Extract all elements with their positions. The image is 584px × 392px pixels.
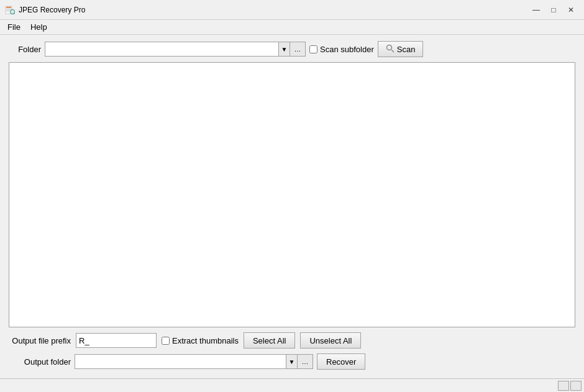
- status-segment-2: [570, 381, 582, 391]
- output-folder-combo: ▼ …: [75, 354, 313, 369]
- output-folder-dropdown-button[interactable]: ▼: [286, 354, 297, 369]
- scan-magnifier-icon: [386, 44, 395, 55]
- menu-item-file[interactable]: File: [2, 20, 25, 34]
- folder-combo: ▼ …: [45, 42, 306, 57]
- svg-rect-4: [6, 11, 9, 11]
- svg-line-6: [14, 13, 15, 14]
- app-icon: [5, 5, 15, 15]
- select-all-button[interactable]: Select All: [244, 332, 295, 349]
- scan-subfolder-label: Scan subfolder: [320, 45, 374, 54]
- title-bar: JPEG Recovery Pro — □ ✕: [0, 0, 584, 20]
- svg-line-8: [391, 50, 394, 52]
- svg-rect-2: [6, 8, 11, 9]
- output-prefix-label: Output file prefix: [9, 336, 71, 345]
- extract-thumbnails-label: Extract thumbnails: [172, 336, 239, 345]
- status-segment-1: [558, 381, 569, 391]
- close-button[interactable]: ✕: [563, 4, 579, 16]
- scan-subfolder-checkbox[interactable]: [309, 45, 317, 53]
- scan-subfolder-group: Scan subfolder: [309, 45, 374, 54]
- maximize-button[interactable]: □: [545, 4, 562, 16]
- bottom-controls: Output file prefix Extract thumbnails Se…: [9, 332, 575, 372]
- folder-dropdown-button[interactable]: ▼: [278, 42, 290, 57]
- minimize-button[interactable]: —: [528, 4, 544, 16]
- svg-point-7: [386, 45, 391, 50]
- folder-row: Folder ▼ … Scan subfolder Scan: [9, 41, 575, 57]
- svg-rect-1: [6, 7, 11, 8]
- extract-thumbnails-group: Extract thumbnails: [162, 336, 239, 345]
- folder-input[interactable]: [45, 42, 278, 57]
- recover-button[interactable]: Recover: [317, 353, 365, 370]
- prefix-input[interactable]: [76, 333, 157, 348]
- output-folder-browse-button[interactable]: …: [297, 354, 313, 369]
- scan-button[interactable]: Scan: [378, 41, 424, 57]
- extract-thumbnails-checkbox[interactable]: [162, 337, 170, 345]
- status-bar: [0, 378, 584, 392]
- output-prefix-row: Output file prefix Extract thumbnails Se…: [9, 332, 575, 349]
- app-title: JPEG Recovery Pro: [19, 6, 85, 14]
- folder-label: Folder: [9, 45, 41, 54]
- scan-button-label: Scan: [397, 45, 416, 54]
- output-folder-label: Output folder: [9, 357, 71, 367]
- file-list-area[interactable]: [9, 62, 575, 327]
- output-folder-row: Output folder ▼ … Recover: [9, 353, 575, 370]
- output-folder-input[interactable]: [75, 354, 286, 369]
- title-bar-controls: — □ ✕: [528, 4, 579, 16]
- status-bar-right: [558, 381, 582, 391]
- folder-browse-button[interactable]: …: [290, 42, 306, 57]
- menu-item-help[interactable]: Help: [25, 20, 52, 34]
- menu-bar: File Help: [0, 20, 584, 35]
- title-bar-left: JPEG Recovery Pro: [5, 5, 85, 15]
- main-content: Folder ▼ … Scan subfolder Scan Output fi…: [0, 35, 584, 378]
- unselect-all-button[interactable]: Unselect All: [300, 332, 361, 349]
